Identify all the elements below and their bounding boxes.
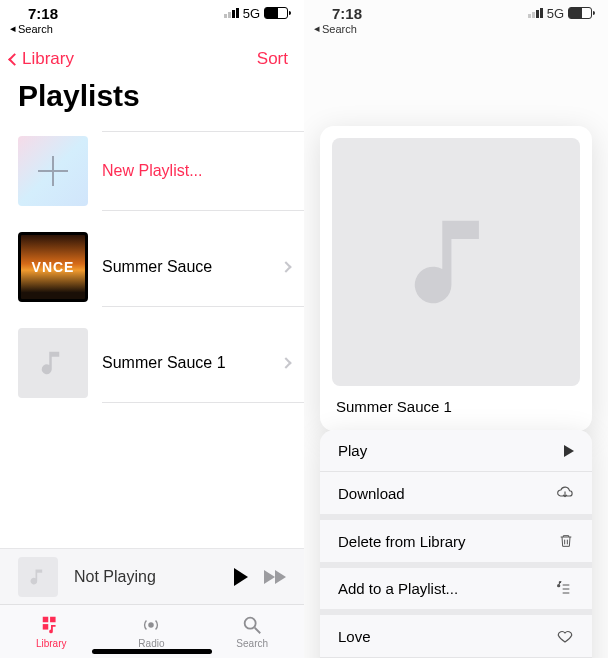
playlist-thumb: VNCE (18, 232, 88, 302)
music-note-icon (401, 207, 511, 317)
context-menu: Play Download Delete from Library Add to… (320, 430, 592, 658)
tab-radio[interactable]: Radio (138, 614, 164, 649)
playlist-add-icon (554, 581, 574, 597)
playlist-label: Summer Sauce 1 (102, 354, 226, 372)
playlist-row-summer[interactable]: VNCE Summer Sauce (0, 219, 304, 315)
tab-label: Radio (138, 638, 164, 649)
preview-title: Summer Sauce 1 (332, 386, 580, 419)
plus-icon (38, 156, 68, 186)
tab-search[interactable]: Search (236, 614, 268, 649)
playlist-thumb (18, 328, 88, 398)
heart-icon (556, 627, 574, 645)
svg-rect-2 (43, 624, 49, 630)
menu-delete[interactable]: Delete from Library (320, 520, 592, 568)
trash-icon (558, 532, 574, 550)
search-icon (240, 614, 264, 636)
library-back-button[interactable]: Library (10, 49, 74, 69)
svg-point-4 (245, 618, 256, 629)
new-playlist-row[interactable]: New Playlist... (0, 123, 304, 219)
preview-art (332, 138, 580, 386)
signal-icon (224, 8, 239, 18)
chevron-left-icon (8, 53, 21, 66)
chevron-left-icon: ◂ (10, 22, 16, 35)
new-playlist-thumb (18, 136, 88, 206)
library-label: Library (22, 49, 74, 69)
menu-download[interactable]: Download (320, 472, 592, 520)
battery-icon (264, 7, 288, 19)
playlist-list: New Playlist... VNCE Summer Sauce Summer… (0, 123, 304, 411)
radio-icon (139, 614, 163, 636)
playlist-preview-card[interactable]: Summer Sauce 1 (320, 126, 592, 431)
network-label: 5G (243, 6, 260, 21)
thumb-text: VNCE (32, 259, 75, 275)
mini-player[interactable]: Not Playing (0, 548, 304, 604)
svg-point-3 (149, 622, 155, 628)
forward-icon[interactable] (264, 570, 286, 584)
cloud-download-icon (556, 484, 574, 502)
back-to-search[interactable]: ◂ Search (0, 22, 304, 39)
menu-label: Love (338, 628, 371, 645)
nav-bar: Library Sort (0, 39, 304, 73)
miniplayer-art (18, 557, 58, 597)
right-screen: 7:18 5G ◂ Search Summer Sauce 1 Play Dow… (304, 0, 608, 658)
menu-love[interactable]: Love (320, 615, 592, 658)
svg-rect-0 (43, 617, 49, 623)
tab-library[interactable]: Library (36, 614, 67, 649)
playlist-row-summer1[interactable]: Summer Sauce 1 (0, 315, 304, 411)
sort-button[interactable]: Sort (257, 49, 288, 69)
svg-point-6 (557, 584, 560, 587)
status-bar: 7:18 5G (0, 0, 304, 22)
menu-add-to-playlist[interactable]: Add to a Playlist... (320, 568, 592, 615)
library-icon (39, 614, 63, 636)
tab-label: Search (236, 638, 268, 649)
back-search-label: Search (18, 23, 53, 35)
music-note-icon (38, 348, 68, 378)
now-playing-label: Not Playing (74, 568, 218, 586)
svg-line-5 (255, 628, 261, 634)
menu-label: Add to a Playlist... (338, 580, 458, 597)
play-icon[interactable] (234, 568, 248, 586)
menu-play[interactable]: Play (320, 430, 592, 472)
menu-label: Play (338, 442, 367, 459)
chevron-right-icon (280, 261, 291, 272)
new-playlist-label: New Playlist... (102, 162, 202, 180)
menu-label: Delete from Library (338, 533, 466, 550)
playlist-label: Summer Sauce (102, 258, 212, 276)
music-note-icon (28, 567, 48, 587)
tab-label: Library (36, 638, 67, 649)
chevron-right-icon (280, 357, 291, 368)
play-icon (564, 445, 574, 457)
home-indicator[interactable] (92, 649, 212, 654)
svg-rect-1 (50, 617, 56, 623)
page-title: Playlists (0, 73, 304, 123)
menu-label: Download (338, 485, 405, 502)
left-screen: 7:18 5G ◂ Search Library Sort Playlists … (0, 0, 304, 658)
status-time: 7:18 (28, 5, 58, 22)
